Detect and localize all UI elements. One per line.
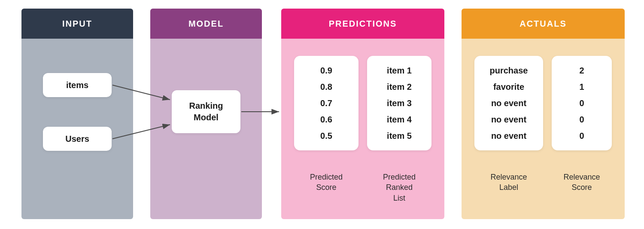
relevance-score-row: 0 [579, 131, 584, 141]
panel-model-header: MODEL [150, 9, 262, 39]
predicted-ranked-item-row: item 5 [387, 131, 412, 141]
predicted-ranked-item-row: item 3 [387, 98, 412, 108]
relevance-label-sublabel: RelevanceLabel [474, 172, 543, 193]
relevance-score-card: 2 1 0 0 0 [552, 56, 612, 150]
predicted-ranked-item-row: item 1 [387, 65, 412, 76]
relevance-label-row: no event [491, 114, 526, 125]
relevance-label-row: no event [491, 98, 526, 108]
predicted-ranked-item-row: item 2 [387, 82, 412, 92]
predicted-score-row: 0.5 [320, 131, 332, 141]
relevance-score-sublabel: RelevanceScore [552, 172, 612, 193]
predicted-ranked-sublabel: PredictedRankedList [367, 172, 431, 203]
predicted-score-row: 0.8 [320, 82, 332, 92]
predicted-score-row: 0.6 [320, 114, 332, 125]
diagram-stage: INPUT items Users MODEL RankingModel PRE… [0, 0, 644, 229]
panel-input-body: items Users [21, 39, 133, 219]
panel-predictions-header: PREDICTIONS [281, 9, 444, 39]
predicted-ranked-list-card: item 1 item 2 item 3 item 4 item 5 [367, 56, 431, 150]
panel-model: MODEL RankingModel [150, 9, 262, 219]
predicted-scores-card: 0.9 0.8 0.7 0.6 0.5 [294, 56, 358, 150]
panel-actuals-body: purchase favorite no event no event no e… [462, 39, 625, 219]
panel-predictions-body: 0.9 0.8 0.7 0.6 0.5 item 1 item 2 item 3… [281, 39, 444, 219]
relevance-score-row: 0 [579, 114, 584, 125]
relevance-label-card: purchase favorite no event no event no e… [474, 56, 543, 150]
predicted-score-sublabel: PredictedScore [294, 172, 358, 193]
relevance-label-row: no event [491, 131, 526, 141]
panel-actuals: ACTUALS purchase favorite no event no ev… [462, 9, 625, 219]
input-items-card: items [43, 73, 112, 97]
relevance-score-row: 2 [579, 65, 584, 76]
model-box: RankingModel [172, 90, 240, 133]
predicted-score-row: 0.7 [320, 98, 332, 108]
relevance-label-row: favorite [493, 82, 524, 92]
predicted-score-row: 0.9 [320, 65, 332, 76]
panel-input-header: INPUT [21, 9, 133, 39]
relevance-score-row: 0 [579, 98, 584, 108]
panel-input: INPUT items Users [21, 9, 133, 219]
relevance-score-row: 1 [579, 82, 584, 92]
panel-predictions: PREDICTIONS 0.9 0.8 0.7 0.6 0.5 item 1 i… [281, 9, 444, 219]
input-users-card: Users [43, 127, 112, 151]
relevance-label-row: purchase [490, 65, 528, 76]
panel-actuals-header: ACTUALS [462, 9, 625, 39]
predicted-ranked-item-row: item 4 [387, 114, 412, 125]
panel-model-body: RankingModel [150, 39, 262, 219]
